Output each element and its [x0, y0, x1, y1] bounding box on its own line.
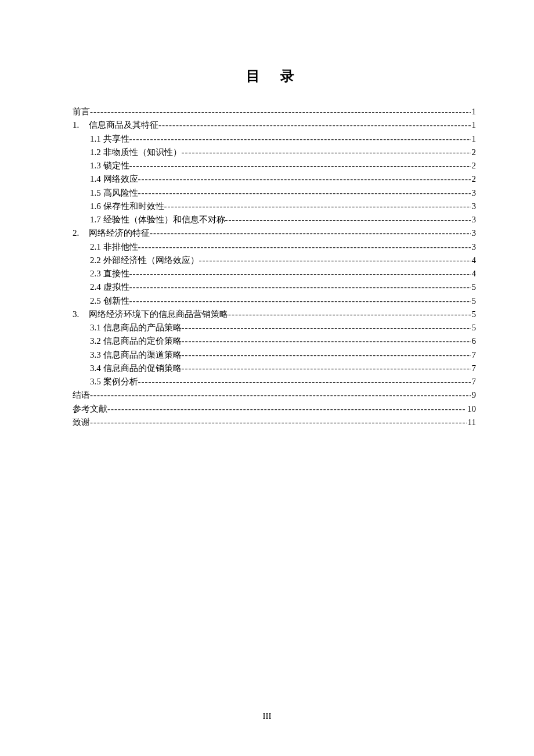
toc-entry-page: 7 [471, 348, 477, 362]
toc-entry-label: 信息商品及其特征 [89, 118, 158, 132]
toc-entry[interactable]: 前言 1 [73, 105, 476, 118]
toc-entry[interactable]: 2.1 非排他性3 [73, 240, 476, 254]
toc-leader-dots [228, 308, 471, 321]
toc-entry[interactable]: 参考文献10 [73, 402, 476, 416]
toc-entry[interactable]: 1.2 非物质性（知识性）2 [73, 146, 476, 159]
toc-leader-dots [225, 213, 471, 226]
toc-entry-label: 3.4 信息商品的促销策略 [90, 362, 182, 375]
toc-entry-label: 1.1 共享性 [90, 132, 129, 146]
toc-entry-page: 2 [471, 172, 477, 186]
toc-leader-dots [129, 267, 471, 280]
toc-entry-number: 3. [73, 308, 89, 321]
toc-leader-dots [164, 200, 471, 213]
toc-leader-dots [90, 416, 467, 429]
toc-entry-page: 7 [471, 362, 477, 375]
toc-entry-page: 1 [471, 118, 477, 132]
toc-entry-page: 1 [471, 105, 477, 118]
toc-leader-dots [129, 294, 471, 308]
toc-entry-label: 参考文献 [73, 402, 107, 416]
toc-entry[interactable]: 1.4 网络效应2 [73, 172, 476, 186]
toc-entry-page: 11 [467, 416, 476, 429]
toc-entry-page: 1 [471, 132, 477, 146]
toc-entry[interactable]: 1.3 锁定性2 [73, 159, 476, 172]
toc-entry-label: 致谢 [73, 416, 90, 429]
toc-entry-label: 1.2 非物质性（知识性） [90, 146, 182, 159]
toc-leader-dots [182, 348, 471, 362]
toc-entry[interactable]: 1.6 保存性和时效性3 [73, 200, 476, 213]
toc-entry-page: 6 [471, 334, 477, 348]
toc-leader-dots [182, 321, 471, 334]
toc-entry[interactable]: 3.网络经济环境下的信息商品营销策略 5 [73, 308, 476, 321]
toc-entry-label: 网络经济环境下的信息商品营销策略 [89, 308, 228, 321]
toc-entry-label: 3.3 信息商品的渠道策略 [90, 348, 182, 362]
toc-leader-dots [107, 402, 466, 416]
toc-entry[interactable]: 3.2 信息商品的定价策略6 [73, 334, 476, 348]
toc-entry[interactable]: 3.1 信息商品的产品策略5 [73, 321, 476, 334]
toc-entry-page: 4 [471, 254, 477, 267]
toc-leader-dots [129, 280, 471, 294]
toc-entry-label: 前言 [73, 105, 90, 118]
toc-entry-number: 1. [73, 118, 89, 132]
toc-leader-dots [129, 132, 471, 146]
toc-leader-dots [182, 146, 471, 159]
toc-entry-page: 4 [471, 267, 477, 280]
toc-leader-dots [158, 118, 471, 132]
toc-entry-label: 2.5 创新性 [90, 294, 129, 308]
toc-entry-page: 2 [471, 159, 477, 172]
page-number-footer: III [0, 711, 534, 721]
toc-entry-page: 9 [471, 388, 477, 402]
toc-entry-label: 2.1 非排他性 [90, 240, 138, 254]
toc-entry[interactable]: 1.5 高风险性3 [73, 186, 476, 200]
toc-leader-dots [150, 226, 471, 240]
toc-entry-label: 2.4 虚拟性 [90, 280, 129, 294]
toc-entry[interactable]: 结语 9 [73, 388, 476, 402]
toc-entry-label: 1.7 经验性（体验性）和信息不对称 [90, 213, 225, 226]
table-of-contents: 前言 11.信息商品及其特征 11.1 共享性11.2 非物质性（知识性）21.… [73, 105, 476, 429]
toc-entry[interactable]: 2.3 直接性4 [73, 267, 476, 280]
toc-entry[interactable]: 1.7 经验性（体验性）和信息不对称3 [73, 213, 476, 226]
toc-leader-dots [90, 388, 471, 402]
toc-entry-page: 3 [471, 240, 477, 254]
toc-entry-page: 2 [471, 146, 477, 159]
toc-entry-label: 3.2 信息商品的定价策略 [90, 334, 182, 348]
toc-entry[interactable]: 1.信息商品及其特征 1 [73, 118, 476, 132]
toc-entry-label: 3.5 案例分析 [90, 375, 138, 388]
toc-entry-page: 3 [471, 226, 477, 240]
toc-entry[interactable]: 1.1 共享性1 [73, 132, 476, 146]
toc-title: 目 录 [73, 67, 476, 85]
toc-leader-dots [182, 362, 471, 375]
toc-entry-page: 3 [471, 213, 477, 226]
toc-leader-dots [90, 105, 471, 118]
toc-entry-label: 网络经济的特征 [89, 226, 150, 240]
toc-entry[interactable]: 2.4 虚拟性5 [73, 280, 476, 294]
toc-leader-dots [182, 334, 471, 348]
toc-entry-page: 5 [471, 321, 477, 334]
toc-entry[interactable]: 致谢11 [73, 416, 476, 429]
document-page: 目 录 前言 11.信息商品及其特征 11.1 共享性11.2 非物质性（知识性… [0, 0, 534, 429]
toc-entry-page: 3 [471, 200, 477, 213]
toc-entry[interactable]: 2.5 创新性5 [73, 294, 476, 308]
toc-leader-dots [138, 240, 471, 254]
toc-leader-dots [138, 172, 471, 186]
toc-entry-page: 5 [471, 280, 477, 294]
toc-leader-dots [129, 159, 471, 172]
toc-entry[interactable]: 2.2 外部经济性（网络效应）4 [73, 254, 476, 267]
toc-entry-label: 1.3 锁定性 [90, 159, 129, 172]
toc-entry-label: 1.4 网络效应 [90, 172, 138, 186]
toc-entry-label: 1.6 保存性和时效性 [90, 200, 164, 213]
toc-entry[interactable]: 3.3 信息商品的渠道策略7 [73, 348, 476, 362]
toc-entry-label: 3.1 信息商品的产品策略 [90, 321, 182, 334]
toc-entry-page: 5 [471, 294, 477, 308]
toc-entry[interactable]: 3.4 信息商品的促销策略7 [73, 362, 476, 375]
toc-entry-number: 2. [73, 226, 89, 240]
toc-entry-page: 7 [471, 375, 477, 388]
toc-entry[interactable]: 3.5 案例分析 7 [73, 375, 476, 388]
toc-leader-dots [138, 186, 471, 200]
toc-entry-label: 1.5 高风险性 [90, 186, 138, 200]
toc-entry-label: 结语 [73, 388, 90, 402]
toc-entry-page: 5 [471, 308, 477, 321]
toc-entry[interactable]: 2.网络经济的特征 3 [73, 226, 476, 240]
toc-entry-page: 10 [466, 402, 476, 416]
toc-leader-dots [199, 254, 471, 267]
toc-entry-label: 2.3 直接性 [90, 267, 129, 280]
